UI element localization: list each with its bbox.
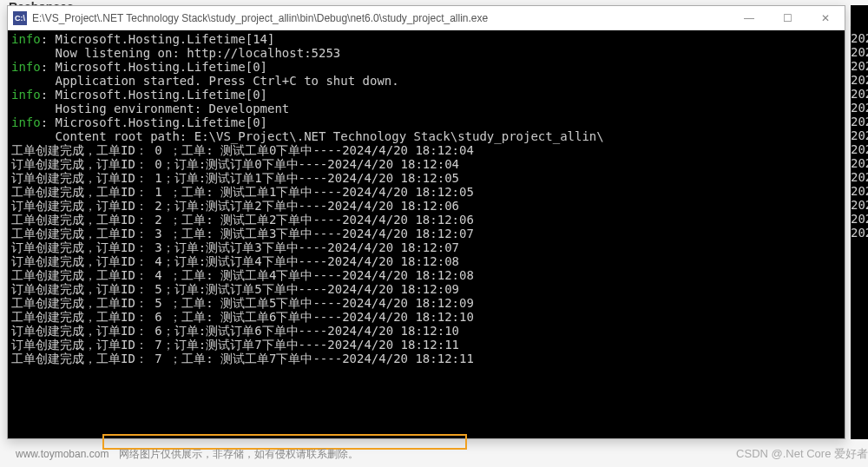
console-line: info: Microsoft.Hosting.Lifetime[14] [11,32,841,46]
footer: www.toymoban.com 网络图片仅供展示，非存储，如有侵权请联系删除。… [16,446,868,462]
console-line: Now listening on: http://localhost:5253 [11,46,841,60]
window-title: E:\VS_Project\.NET Technology Stack\stud… [32,12,730,24]
console-line: 订单创建完成，订单ID： 3；订单:测试订单3下单中----2024/4/20 … [11,240,841,254]
side-console-panel: 2022022022022022022022022022022022022022… [851,5,868,439]
side-line: 202 [851,87,868,101]
console-line: 工单创建完成，工单ID： 0 ；工单: 测试工单0下单中----2024/4/2… [11,143,841,157]
console-output[interactable]: info: Microsoft.Hosting.Lifetime[14] Now… [8,30,845,438]
title-bar[interactable]: C:\ E:\VS_Project\.NET Technology Stack\… [8,6,845,30]
close-button[interactable]: ✕ [806,6,845,30]
side-line: 202 [851,31,868,45]
side-line: 202 [851,226,868,240]
console-line: 工单创建完成，工单ID： 5 ；工单: 测试工单5下单中----2024/4/2… [11,296,841,310]
maximize-button[interactable]: ☐ [768,6,806,30]
console-line: 工单创建完成，工单ID： 2 ；工单: 测试工单2下单中----2024/4/2… [11,213,841,227]
console-line: 工单创建完成，工单ID： 7 ；工单: 测试工单7下单中----2024/4/2… [11,352,841,365]
window-controls: — ☐ ✕ [730,6,845,30]
console-line: 工单创建完成，工单ID： 3 ；工单: 测试工单3下单中----2024/4/2… [11,227,841,240]
console-line: 订单创建完成，订单ID： 2；订单:测试订单2下单中----2024/4/20 … [11,199,841,213]
console-line: 订单创建完成，订单ID： 1；订单:测试订单1下单中----2024/4/20 … [11,171,841,185]
footer-domain: www.toymoban.com [16,448,108,460]
console-icon: C:\ [13,11,27,25]
console-line: 订单创建完成，订单ID： 0；订单:测试订单0下单中----2024/4/20 … [11,157,841,171]
side-line: 202 [851,128,868,142]
console-line: Application started. Press Ctrl+C to shu… [11,74,841,88]
side-line: 202 [851,184,868,198]
side-line: 202 [851,156,868,170]
side-line: 202 [851,198,868,212]
side-line: 202 [851,212,868,226]
side-line: 202 [851,115,868,128]
side-line: 202 [851,73,868,87]
console-line: info: Microsoft.Hosting.Lifetime[0] [11,60,841,74]
side-line: 202 [851,59,868,73]
console-line: Content root path: E:\VS_Project\.NET Te… [11,129,841,143]
watermark: CSDN @.Net Core 爱好者 [736,446,868,462]
console-line: 工单创建完成，工单ID： 6 ；工单: 测试工单6下单中----2024/4/2… [11,310,841,324]
side-line: 202 [851,101,868,115]
side-line: 202 [851,142,868,156]
footer-disclaimer: 网络图片仅供展示，非存储，如有侵权请联系删除。 [119,447,358,462]
side-line: 202 [851,170,868,184]
console-line: Hosting environment: Development [11,102,841,115]
side-line: 202 [851,45,868,59]
console-window: C:\ E:\VS_Project\.NET Technology Stack\… [7,5,845,439]
console-line: 订单创建完成，订单ID： 4；订单:测试订单4下单中----2024/4/20 … [11,254,841,268]
console-line: info: Microsoft.Hosting.Lifetime[0] [11,115,841,129]
console-line: info: Microsoft.Hosting.Lifetime[0] [11,88,841,102]
console-line: 订单创建完成，订单ID： 6；订单:测试订单6下单中----2024/4/20 … [11,324,841,338]
console-line: 订单创建完成，订单ID： 7；订单:测试订单7下单中----2024/4/20 … [11,338,841,352]
console-line: 工单创建完成，工单ID： 1 ；工单: 测试工单1下单中----2024/4/2… [11,185,841,199]
console-line: 工单创建完成，工单ID： 4 ；工单: 测试工单4下单中----2024/4/2… [11,268,841,282]
console-line: 订单创建完成，订单ID： 5；订单:测试订单5下单中----2024/4/20 … [11,282,841,296]
minimize-button[interactable]: — [730,6,768,30]
